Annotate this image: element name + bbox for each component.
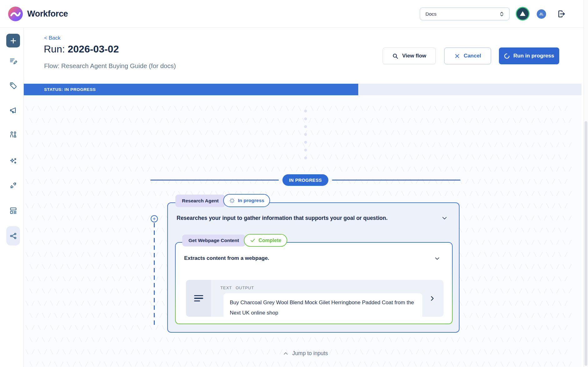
- sidebar-item-people[interactable]: [6, 127, 20, 141]
- plus-icon: [9, 37, 18, 45]
- output-row[interactable]: TEXT OUTPUT Buy Charcoal Grey Wool Blend…: [186, 280, 444, 317]
- megaphone-icon: [9, 106, 18, 115]
- page-title: Run: 2026-03-02: [44, 43, 119, 55]
- workspace-select[interactable]: Docs: [420, 7, 510, 20]
- status-bar: STATUS: IN PROGRESS: [24, 84, 581, 95]
- back-link[interactable]: < Back: [44, 35, 60, 41]
- tool-status-badge: Complete: [244, 234, 287, 247]
- x-icon: [454, 53, 460, 59]
- tool-node-card: Get Webpage Content Complete Extracts co…: [175, 242, 453, 324]
- output-type-label: TEXT: [220, 285, 232, 290]
- agent-node-card: Research Agent In progress Researches yo…: [167, 202, 460, 333]
- view-flow-button[interactable]: View flow: [383, 47, 436, 64]
- tool-collapse-chevron-icon[interactable]: [434, 255, 440, 261]
- flow-subtitle: Flow: Research Agent Buying Guide (for d…: [44, 62, 176, 70]
- page-scrollbar[interactable]: [584, 0, 588, 367]
- run-in-progress-button[interactable]: Run in progress: [499, 47, 559, 64]
- text-lines-icon: [186, 280, 211, 317]
- agent-node-tab[interactable]: Research Agent: [175, 195, 225, 207]
- sidebar-item-tags[interactable]: [6, 79, 20, 92]
- run-label: Run:: [44, 43, 65, 55]
- agent-status-label: In progress: [238, 198, 264, 203]
- status-label: STATUS: IN PROGRESS: [44, 84, 96, 95]
- stage-status-badge: IN PROGRESS: [282, 174, 328, 186]
- connector-dots: [304, 110, 307, 159]
- sidebar-add-button[interactable]: [6, 34, 20, 47]
- add-node-connector[interactable]: [151, 215, 158, 222]
- output-expand-chevron-icon[interactable]: [429, 280, 435, 317]
- chevron-up-icon: [283, 351, 289, 356]
- drive-icon: [520, 11, 525, 16]
- sparkles-icon: [9, 157, 18, 166]
- plus-icon: [152, 217, 156, 221]
- progress-spinner-icon: [229, 198, 235, 204]
- topbar: Workforce Docs JL: [0, 0, 588, 28]
- search-icon: [392, 53, 399, 59]
- sidebar-item-templates[interactable]: [6, 204, 20, 217]
- output-text: Buy Charcoal Grey Wool Blend Mock Gilet …: [224, 293, 422, 317]
- stage-divider-left: [150, 180, 279, 181]
- layout-icon: [9, 206, 18, 215]
- share-flow-icon: [9, 232, 18, 240]
- cancel-button[interactable]: Cancel: [444, 47, 491, 64]
- drive-integration-badge[interactable]: [516, 7, 530, 21]
- select-chevrons-icon: [499, 11, 505, 17]
- sidebar: [0, 28, 24, 367]
- flow-canvas[interactable]: ╲╱╲╱╲╱╲╱╲╱╲╱╲╱╲╱╲╱╲╱╲╱╲╱╲╱╲╱╲╱╲╱╲╱╲╱╲╱╲╱…: [24, 95, 581, 367]
- main-content: < Back Run: 2026-03-02 Flow: Research Ag…: [24, 28, 584, 367]
- output-role-label: OUTPUT: [236, 285, 254, 290]
- dashed-connector-line: [154, 223, 155, 328]
- tag-icon: [9, 82, 18, 90]
- agent-description: Researches your input to gather informat…: [177, 215, 388, 221]
- workspace-select-value: Docs: [425, 11, 499, 17]
- tool-node-tab[interactable]: Get Webpage Content: [182, 235, 245, 246]
- sidebar-item-ai[interactable]: [6, 154, 20, 168]
- sidebar-item-announcements[interactable]: [6, 103, 20, 117]
- tool-description: Extracts content from a webpage.: [184, 255, 269, 261]
- agent-status-badge: In progress: [223, 194, 270, 207]
- agent-collapse-chevron-icon[interactable]: [441, 215, 448, 221]
- scrollbar-thumb[interactable]: [585, 121, 587, 366]
- run-date: 2026-03-02: [68, 43, 119, 55]
- cancel-label: Cancel: [464, 53, 481, 59]
- output-label: TEXT OUTPUT: [220, 285, 444, 290]
- plug-icon: [9, 181, 18, 190]
- view-flow-label: View flow: [402, 53, 426, 59]
- brand: Workforce: [8, 7, 68, 21]
- sidebar-item-integrations[interactable]: [6, 178, 20, 192]
- sidebar-item-flows[interactable]: [6, 226, 20, 245]
- people-icon: [9, 130, 18, 139]
- jump-to-inputs-label: Jump to inputs: [292, 350, 328, 357]
- compose-list-icon: [9, 57, 18, 65]
- stage-divider-right: [332, 180, 460, 181]
- jump-to-inputs-button[interactable]: Jump to inputs: [283, 350, 328, 357]
- check-icon: [250, 237, 256, 243]
- spinner-icon: [504, 53, 510, 59]
- sidebar-item-runs[interactable]: [6, 54, 20, 68]
- app-logo-icon: [8, 7, 23, 21]
- logout-icon[interactable]: [557, 10, 565, 18]
- avatar[interactable]: JL: [537, 9, 546, 19]
- brand-name: Workforce: [27, 9, 68, 19]
- tool-status-label: Complete: [259, 238, 281, 243]
- run-button-label: Run in progress: [513, 53, 554, 59]
